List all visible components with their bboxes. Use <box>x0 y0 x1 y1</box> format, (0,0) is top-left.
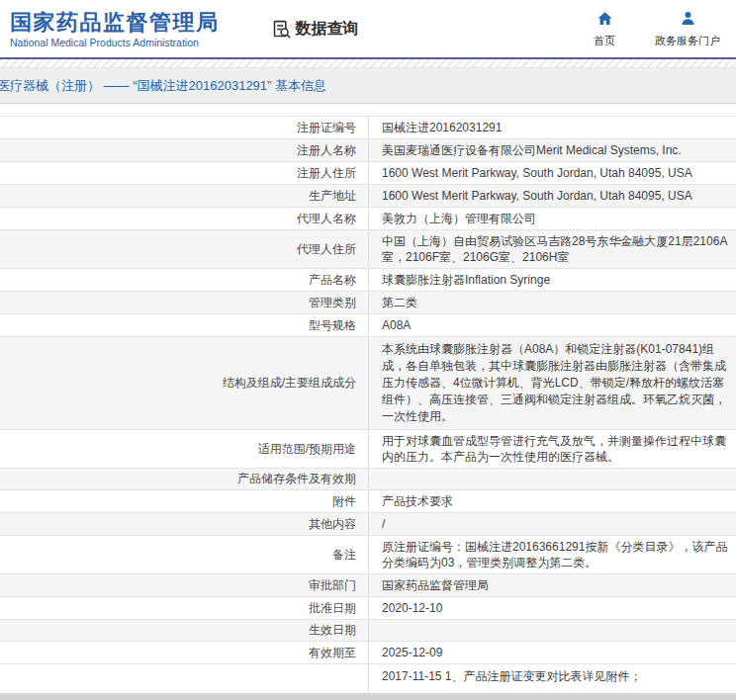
breadcrumb: 医疗器械（注册） —— “国械注进20162031291” 基本信息 <box>0 68 736 104</box>
table-row: 产品储存条件及有效期 <box>0 469 736 490</box>
row-value: 1600 West Merit Parkway, South Jordan, U… <box>369 162 736 184</box>
row-label: 注册人住所 <box>0 162 369 184</box>
row-label: 适用范围/预期用途 <box>0 430 369 468</box>
row-value <box>369 620 736 641</box>
table-row: 注册证编号国械注进20162031291 <box>0 117 736 139</box>
table-row: 注册人名称美国麦瑞通医疗设备有限公司Merit Medical Systems,… <box>0 139 736 162</box>
row-label: 代理人名称 <box>0 208 369 229</box>
table-row: 其他内容/ <box>0 513 736 536</box>
table-row: 有效期至2025-12-09 <box>0 642 736 664</box>
table-row: 结构及组成/主要组成成分本系统由球囊膨胀注射器（A08A）和锁定注射器(K01-… <box>0 337 736 430</box>
row-label: 生效日期 <box>0 620 369 641</box>
row-value: 原注册证编号：国械注进20163661291按新《分类目录》，该产品分类编码为0… <box>369 536 736 573</box>
row-value: 第二类 <box>369 292 736 313</box>
table-row: 生产地址1600 West Merit Parkway, South Jorda… <box>0 185 736 208</box>
table-row: 注册人住所1600 West Merit Parkway, South Jord… <box>0 162 736 185</box>
row-label: 结构及组成/主要组成成分 <box>0 337 369 429</box>
nmpa-logo[interactable]: 国家药品监督管理局 National Medical Products Admi… <box>10 10 220 48</box>
table-row: 产品名称球囊膨胀注射器Inflation Syringe <box>0 269 736 292</box>
table-row: 型号规格A08A <box>0 314 736 337</box>
row-value: 中国（上海）自由贸易试验区马吉路28号东华金融大厦21层2106A室，2106F… <box>369 230 736 268</box>
footer-bar <box>0 693 736 700</box>
row-value: 用于对球囊血管成型导管进行充气及放气，并测量操作过程中球囊内的压力。本产品为一次… <box>369 430 736 468</box>
info-table: 注册证编号国械注进20162031291注册人名称美国麦瑞通医疗设备有限公司Me… <box>0 116 736 700</box>
row-value: 球囊膨胀注射器Inflation Syringe <box>369 269 736 291</box>
row-label: 附件 <box>0 490 369 512</box>
row-value: 本系统由球囊膨胀注射器（A08A）和锁定注射器(K01-07841)组成，各自单… <box>369 337 736 429</box>
nav-home[interactable]: 首页 <box>594 10 615 48</box>
site-header: 国家药品监督管理局 National Medical Products Admi… <box>0 0 736 57</box>
content-gap <box>0 104 736 116</box>
table-row: 适用范围/预期用途用于对球囊血管成型导管进行充气及放气，并测量操作过程中球囊内的… <box>0 430 736 469</box>
row-value <box>369 469 736 489</box>
breadcrumb-text: 医疗器械（注册） —— “国械注进20162031291” 基本信息 <box>0 78 326 93</box>
table-row: 管理类别第二类 <box>0 292 736 314</box>
data-query-label: 数据查询 <box>296 19 359 40</box>
row-label: 有效期至 <box>0 642 369 663</box>
row-label: 管理类别 <box>0 292 369 313</box>
row-label: 批准日期 <box>0 597 369 619</box>
row-label: 代理人住所 <box>0 230 369 268</box>
page: 国家药品监督管理局 National Medical Products Admi… <box>0 0 736 700</box>
table-row: 备注原注册证编号：国械注进20163661291按新《分类目录》，该产品分类编码… <box>0 536 736 574</box>
row-label: 生产地址 <box>0 185 369 207</box>
table-row: 审批部门国家药品监督管理局 <box>0 574 736 597</box>
logo-subtitle: National Medical Products Administration <box>10 37 220 48</box>
nav-portal-label: 政务服务门户 <box>655 34 720 48</box>
row-value: / <box>369 513 736 535</box>
row-value: 国家药品监督管理局 <box>369 574 736 596</box>
nav-home-label: 首页 <box>594 34 615 48</box>
home-icon <box>597 10 613 31</box>
logo-title: 国家药品监督管理局 <box>10 10 220 36</box>
hatch-strip <box>0 59 736 68</box>
row-value: 美敦力（上海）管理有限公司 <box>369 208 736 229</box>
row-label: 注册人名称 <box>0 139 369 161</box>
row-label: 注册证编号 <box>0 117 369 138</box>
user-icon <box>680 10 696 31</box>
row-label: 审批部门 <box>0 574 369 596</box>
table-row: 批准日期2020-12-10 <box>0 597 736 620</box>
row-value-line: 2017-11-15 1、产品注册证变更对比表详见附件； <box>382 668 728 684</box>
row-value: 1600 West Merit Parkway, South Jordan, U… <box>369 185 736 207</box>
table-row: 生效日期 <box>0 620 736 642</box>
row-value: 国械注进20162031291 <box>369 117 736 138</box>
row-label: 型号规格 <box>0 314 369 336</box>
table-row: 代理人名称美敦力（上海）管理有限公司 <box>0 208 736 230</box>
table-row: 代理人住所中国（上海）自由贸易试验区马吉路28号东华金融大厦21层2106A室，… <box>0 230 736 269</box>
row-label: 产品名称 <box>0 269 369 291</box>
row-label: 其他内容 <box>0 513 369 535</box>
nav-portal[interactable]: 政务服务门户 <box>655 10 720 48</box>
row-label: 产品储存条件及有效期 <box>0 469 369 489</box>
row-value: 2020-12-10 <box>369 597 736 619</box>
data-query-nav[interactable]: 数据查询 <box>271 19 359 40</box>
document-search-icon <box>271 19 292 40</box>
row-value: 美国麦瑞通医疗设备有限公司Merit Medical Systems, Inc. <box>369 139 736 161</box>
row-value: 2025-12-09 <box>369 642 736 663</box>
table-row: 附件产品技术要求 <box>0 490 736 513</box>
row-value: A08A <box>369 314 736 336</box>
row-label: 备注 <box>0 536 369 573</box>
row-value: 产品技术要求 <box>369 490 736 512</box>
